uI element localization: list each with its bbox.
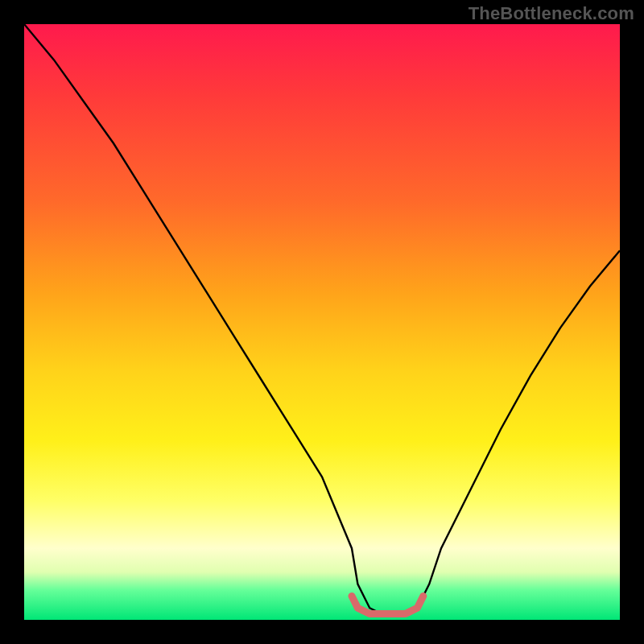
watermark-text: TheBottleneck.com xyxy=(469,3,634,24)
bottleneck-curve-path xyxy=(24,24,620,614)
chart-frame: TheBottleneck.com xyxy=(0,0,644,644)
chart-svg xyxy=(24,24,620,620)
optimal-range-marker-path xyxy=(352,596,423,613)
plot-area xyxy=(24,24,620,620)
